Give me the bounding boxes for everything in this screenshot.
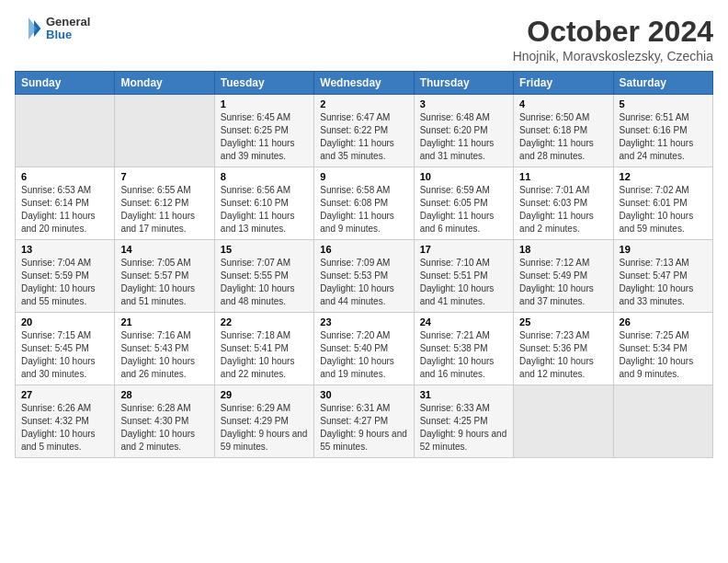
calendar-day-cell: 3Sunrise: 6:48 AMSunset: 6:20 PMDaylight… <box>414 95 513 167</box>
calendar-week: 1Sunrise: 6:45 AMSunset: 6:25 PMDaylight… <box>16 95 713 167</box>
day-content: Sunrise: 7:07 AMSunset: 5:55 PMDaylight:… <box>221 257 308 308</box>
calendar-week: 20Sunrise: 7:15 AMSunset: 5:45 PMDayligh… <box>16 313 713 385</box>
calendar-day-cell: 5Sunrise: 6:51 AMSunset: 6:16 PMDaylight… <box>613 95 712 167</box>
day-number: 3 <box>420 98 507 109</box>
calendar-table: SundayMondayTuesdayWednesdayThursdayFrid… <box>15 71 713 458</box>
day-number: 6 <box>21 171 108 182</box>
day-content: Sunrise: 7:04 AMSunset: 5:59 PMDaylight:… <box>21 257 108 308</box>
day-number: 4 <box>519 98 607 109</box>
calendar-day-cell: 27Sunrise: 6:26 AMSunset: 4:32 PMDayligh… <box>16 385 115 458</box>
day-content: Sunrise: 6:26 AMSunset: 4:32 PMDaylight:… <box>21 402 108 454</box>
calendar-day-cell: 26Sunrise: 7:25 AMSunset: 5:34 PMDayligh… <box>613 313 712 385</box>
day-content: Sunrise: 6:29 AMSunset: 4:29 PMDaylight:… <box>221 402 308 454</box>
day-content: Sunrise: 7:01 AMSunset: 6:03 PMDaylight:… <box>519 184 607 236</box>
calendar-day-cell: 29Sunrise: 6:29 AMSunset: 4:29 PMDayligh… <box>214 385 313 458</box>
calendar-day-cell <box>514 385 613 458</box>
day-content: Sunrise: 6:51 AMSunset: 6:16 PMDaylight:… <box>620 111 707 163</box>
day-number: 21 <box>120 316 208 327</box>
day-number: 16 <box>320 244 407 255</box>
day-number: 15 <box>221 244 308 255</box>
day-content: Sunrise: 7:23 AMSunset: 5:36 PMDaylight:… <box>519 329 607 381</box>
calendar-day-cell: 17Sunrise: 7:10 AMSunset: 5:51 PMDayligh… <box>414 240 513 313</box>
weekday-header-cell: Thursday <box>414 72 513 95</box>
weekday-header: SundayMondayTuesdayWednesdayThursdayFrid… <box>16 72 713 95</box>
weekday-header-cell: Wednesday <box>314 72 414 95</box>
day-content: Sunrise: 6:28 AMSunset: 4:30 PMDaylight:… <box>120 402 208 454</box>
day-number: 27 <box>21 389 108 400</box>
day-content: Sunrise: 7:02 AMSunset: 6:01 PMDaylight:… <box>620 184 707 236</box>
calendar-day-cell: 19Sunrise: 7:13 AMSunset: 5:47 PMDayligh… <box>613 240 712 313</box>
day-number: 5 <box>620 98 707 109</box>
calendar-day-cell: 11Sunrise: 7:01 AMSunset: 6:03 PMDayligh… <box>514 167 613 240</box>
day-number: 22 <box>221 316 308 327</box>
day-content: Sunrise: 6:47 AMSunset: 6:22 PMDaylight:… <box>320 111 407 163</box>
day-content: Sunrise: 7:21 AMSunset: 5:38 PMDaylight:… <box>420 329 507 381</box>
day-number: 12 <box>620 171 707 182</box>
calendar-day-cell: 8Sunrise: 6:56 AMSunset: 6:10 PMDaylight… <box>214 167 313 240</box>
weekday-header-cell: Saturday <box>613 72 712 95</box>
month-title: October 2024 <box>513 15 713 49</box>
calendar-day-cell: 15Sunrise: 7:07 AMSunset: 5:55 PMDayligh… <box>214 240 313 313</box>
day-content: Sunrise: 6:48 AMSunset: 6:20 PMDaylight:… <box>420 111 507 163</box>
calendar-day-cell: 13Sunrise: 7:04 AMSunset: 5:59 PMDayligh… <box>16 240 115 313</box>
day-content: Sunrise: 7:13 AMSunset: 5:47 PMDaylight:… <box>620 257 707 308</box>
day-number: 18 <box>519 244 607 255</box>
day-number: 11 <box>519 171 607 182</box>
weekday-header-cell: Sunday <box>16 72 115 95</box>
calendar-day-cell: 20Sunrise: 7:15 AMSunset: 5:45 PMDayligh… <box>16 313 115 385</box>
header: General Blue October 2024 Hnojnik, Morav… <box>15 15 713 63</box>
calendar-day-cell: 9Sunrise: 6:58 AMSunset: 6:08 PMDaylight… <box>314 167 414 240</box>
day-number: 24 <box>420 316 507 327</box>
weekday-header-cell: Monday <box>115 72 214 95</box>
day-content: Sunrise: 6:55 AMSunset: 6:12 PMDaylight:… <box>120 184 208 236</box>
day-number: 31 <box>420 389 507 400</box>
logo-text: General Blue <box>46 16 90 42</box>
calendar-day-cell: 22Sunrise: 7:18 AMSunset: 5:41 PMDayligh… <box>214 313 313 385</box>
calendar-day-cell: 23Sunrise: 7:20 AMSunset: 5:40 PMDayligh… <box>314 313 414 385</box>
day-number: 30 <box>320 389 407 400</box>
weekday-header-cell: Friday <box>514 72 613 95</box>
calendar-week: 6Sunrise: 6:53 AMSunset: 6:14 PMDaylight… <box>16 167 713 240</box>
day-content: Sunrise: 6:53 AMSunset: 6:14 PMDaylight:… <box>21 184 108 236</box>
calendar-day-cell <box>613 385 712 458</box>
day-number: 19 <box>620 244 707 255</box>
calendar-day-cell: 21Sunrise: 7:16 AMSunset: 5:43 PMDayligh… <box>115 313 214 385</box>
day-number: 20 <box>21 316 108 327</box>
day-content: Sunrise: 7:20 AMSunset: 5:40 PMDaylight:… <box>320 329 407 381</box>
day-content: Sunrise: 6:33 AMSunset: 4:25 PMDaylight:… <box>420 402 507 454</box>
calendar-day-cell: 31Sunrise: 6:33 AMSunset: 4:25 PMDayligh… <box>414 385 513 458</box>
day-number: 23 <box>320 316 407 327</box>
day-content: Sunrise: 6:50 AMSunset: 6:18 PMDaylight:… <box>519 111 607 163</box>
calendar-week: 13Sunrise: 7:04 AMSunset: 5:59 PMDayligh… <box>16 240 713 313</box>
calendar-day-cell: 16Sunrise: 7:09 AMSunset: 5:53 PMDayligh… <box>314 240 414 313</box>
day-content: Sunrise: 6:59 AMSunset: 6:05 PMDaylight:… <box>420 184 507 236</box>
day-content: Sunrise: 7:05 AMSunset: 5:57 PMDaylight:… <box>120 257 208 308</box>
day-content: Sunrise: 7:15 AMSunset: 5:45 PMDaylight:… <box>21 329 108 381</box>
calendar-body: 1Sunrise: 6:45 AMSunset: 6:25 PMDaylight… <box>16 95 713 458</box>
calendar-day-cell: 2Sunrise: 6:47 AMSunset: 6:22 PMDaylight… <box>314 95 414 167</box>
day-number: 14 <box>120 244 208 255</box>
day-number: 26 <box>620 316 707 327</box>
calendar-day-cell <box>16 95 115 167</box>
day-content: Sunrise: 7:18 AMSunset: 5:41 PMDaylight:… <box>221 329 308 381</box>
day-number: 7 <box>120 171 208 182</box>
day-number: 1 <box>221 98 308 109</box>
day-number: 25 <box>519 316 607 327</box>
calendar-day-cell: 10Sunrise: 6:59 AMSunset: 6:05 PMDayligh… <box>414 167 513 240</box>
day-number: 9 <box>320 171 407 182</box>
calendar-day-cell: 18Sunrise: 7:12 AMSunset: 5:49 PMDayligh… <box>514 240 613 313</box>
day-content: Sunrise: 6:56 AMSunset: 6:10 PMDaylight:… <box>221 184 308 236</box>
calendar-day-cell: 12Sunrise: 7:02 AMSunset: 6:01 PMDayligh… <box>613 167 712 240</box>
weekday-header-cell: Tuesday <box>214 72 313 95</box>
day-number: 28 <box>120 389 208 400</box>
day-number: 17 <box>420 244 507 255</box>
day-content: Sunrise: 7:12 AMSunset: 5:49 PMDaylight:… <box>519 257 607 308</box>
calendar-day-cell <box>115 95 214 167</box>
day-content: Sunrise: 7:09 AMSunset: 5:53 PMDaylight:… <box>320 257 407 308</box>
logo-icon <box>15 15 42 42</box>
calendar-day-cell: 28Sunrise: 6:28 AMSunset: 4:30 PMDayligh… <box>115 385 214 458</box>
day-number: 10 <box>420 171 507 182</box>
day-number: 13 <box>21 244 108 255</box>
calendar-day-cell: 4Sunrise: 6:50 AMSunset: 6:18 PMDaylight… <box>514 95 613 167</box>
day-content: Sunrise: 6:45 AMSunset: 6:25 PMDaylight:… <box>221 111 308 163</box>
